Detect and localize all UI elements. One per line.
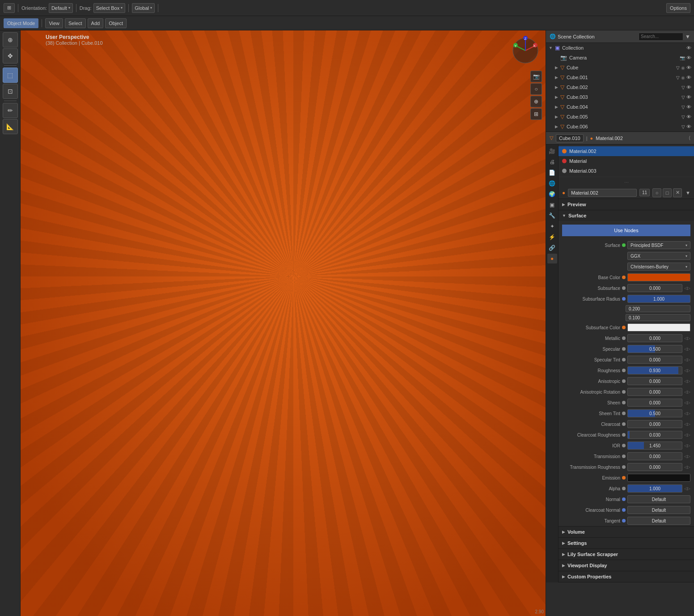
camera-view-btn[interactable]: 📷 [530,71,542,82]
mat-filter-icon[interactable]: ▼ [686,190,690,195]
mat-list-expand[interactable]: ⋯ [559,178,694,187]
view-layer-props-icon[interactable]: 📄 [547,168,557,178]
preview-section-header[interactable]: ▶ Preview [559,199,694,210]
drag-dropdown[interactable]: Select Box ▾ [93,3,126,13]
roughness-field[interactable]: 0.930 [627,366,682,374]
spec-tint-dot[interactable] [622,358,626,361]
sheen-tint-dot[interactable] [622,412,626,415]
overlay-btn[interactable]: ⊕ [530,96,542,107]
mode-icon-btn[interactable]: ⊞ [4,3,15,13]
mat-node-name-input[interactable] [568,189,637,197]
cursor-tool[interactable]: ⊕ [3,32,18,47]
ior-field[interactable]: 1.450 [627,442,682,450]
prop-object-name[interactable]: Cube.010 [556,134,584,142]
preview-mat-btn[interactable]: ○ [652,188,661,197]
cc-rough-dot[interactable] [622,433,626,437]
cc-normal-field[interactable]: Default [627,506,690,514]
c1-eye-icon[interactable]: 👁 [686,75,691,80]
c5-eye-icon[interactable]: 👁 [686,114,691,119]
object-props-icon[interactable]: ▣ [547,200,557,210]
aniso-field[interactable]: 0.000 [627,377,682,385]
metallic-field[interactable]: 0.000 [627,334,682,342]
outliner-item-cube002[interactable]: ▶ ▽ Cube.002 ▽ 👁 [546,82,694,92]
material-item-1[interactable]: Material [559,156,694,166]
clearcoat-dot[interactable] [622,422,626,426]
gizmo-btn[interactable]: ⊞ [530,108,542,120]
cube-eye-icon[interactable]: 👁 [686,65,691,70]
viewport-gizmo[interactable]: X Y Z [510,35,541,66]
constraints-props-icon[interactable]: 🔗 [547,243,557,253]
annotate-tool[interactable]: ✏ [3,103,18,118]
cc-normal-dot[interactable] [622,508,626,512]
outliner-item-collection[interactable]: ▼ ▣ Collection 👁 [546,43,694,53]
tangent-field[interactable]: Default [627,517,690,525]
trans-dot[interactable] [622,455,626,458]
particles-props-icon[interactable]: ✦ [547,221,557,231]
outliner-item-cube[interactable]: ▶ ▽ Cube ▽ ◉ 👁 [546,63,694,72]
subsurface-field[interactable]: 0.000 [627,284,682,292]
material-item-2[interactable]: Material.003 [559,166,694,176]
modifier-props-icon[interactable]: 🔧 [547,211,557,221]
object-btn[interactable]: Object [105,18,127,28]
emission-dot[interactable] [622,476,626,480]
base-color-field[interactable] [627,273,690,281]
trans-rough-dot[interactable] [622,465,626,469]
lily-section-header[interactable]: ▶ Lily Surface Scrapper [559,549,694,560]
move-tool[interactable]: ✥ [3,48,18,64]
select-btn[interactable]: Select [65,18,86,28]
material-props-icon[interactable]: ● [547,254,557,263]
subsurface-dot[interactable] [622,286,626,290]
object-mode-btn[interactable]: Object Mode [4,18,38,28]
cc-rough-field[interactable]: 0.030 [627,431,682,439]
eye-icon[interactable]: 👁 [686,45,691,51]
copy-mat-btn[interactable]: □ [663,188,672,197]
ior-dot[interactable] [622,444,626,447]
use-nodes-button[interactable]: Use Nodes [562,225,690,236]
aniso-rot-dot[interactable] [622,390,626,394]
emission-field[interactable] [627,474,690,482]
trans-rough-field[interactable]: 0.000 [627,463,682,471]
ss-method-dropdown[interactable]: Christensen-Burley ▾ [627,263,690,271]
normal-dot[interactable] [622,497,626,501]
ss-color-dot[interactable] [622,326,626,329]
outliner-item-cube004[interactable]: ▶ ▽ Cube.004 ▽ 👁 [546,102,694,112]
surface-section-header[interactable]: ▼ Surface [559,210,694,221]
ss-radius-field-3[interactable]: 0.100 [626,314,690,321]
viewport-shading-btn[interactable]: ○ [530,83,542,95]
surface-type-dropdown[interactable]: Principled BSDF ▾ [627,241,690,249]
normal-field[interactable]: Default [627,495,690,503]
distribution-dropdown[interactable]: GGX ▾ [627,252,690,260]
ss-color-field[interactable] [627,323,690,331]
aniso-dot[interactable] [622,379,626,383]
ss-radius-field-2[interactable]: 0.200 [626,305,690,312]
alpha-field[interactable]: 1.000 [627,484,682,493]
aniso-rot-field[interactable]: 0.000 [627,388,682,396]
options-button[interactable]: Options [666,3,690,13]
c2-eye-icon[interactable]: 👁 [686,85,691,90]
material-item-0[interactable]: Material.002 [559,146,694,156]
sheen-tint-field[interactable]: 0.500 [627,409,682,417]
outliner-item-cube003[interactable]: ▶ ▽ Cube.003 ▽ 👁 [546,92,694,102]
transform-tool[interactable]: ⊡ [3,84,18,99]
specular-field[interactable]: 0.500 [627,345,682,353]
output-props-icon[interactable]: 🖨 [547,157,557,167]
settings-section-header[interactable]: ▶ Settings [559,538,694,548]
orientation-dropdown[interactable]: Default ▾ [49,3,73,13]
c6-eye-icon[interactable]: 👁 [686,124,691,129]
view-btn[interactable]: View [45,18,63,28]
c3-eye-icon[interactable]: 👁 [686,94,691,100]
c4-eye-icon[interactable]: 👁 [686,104,691,110]
outliner-item-cube006[interactable]: ▶ ▽ Cube.006 ▽ 👁 [546,122,694,132]
measure-tool[interactable]: 📐 [3,119,18,134]
filter-icon[interactable]: ▼ [685,34,690,40]
expand-icon[interactable]: ⟨ [689,135,690,141]
tangent-dot[interactable] [622,519,626,523]
add-btn[interactable]: Add [88,18,104,28]
transform-dropdown[interactable]: Global ▾ [132,3,155,13]
select-box-tool[interactable]: ⬚ [3,68,18,83]
ss-radius-field-1[interactable]: 1.000 [627,295,690,303]
world-props-icon[interactable]: 🌍 [547,189,557,199]
alpha-dot[interactable] [622,487,626,490]
scene-props-icon[interactable]: 🌐 [547,178,557,188]
ss-radius-dot[interactable] [622,297,626,301]
